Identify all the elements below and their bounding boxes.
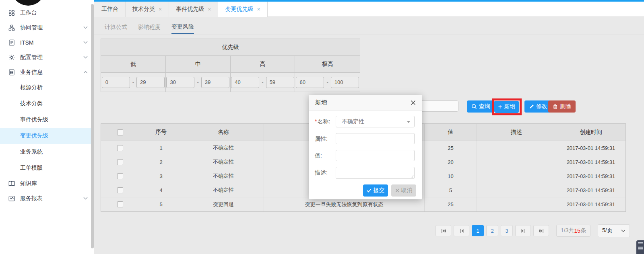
- dialog-close-button[interactable]: [411, 100, 416, 105]
- sidebar: 工作台 协同管理 ITSM 配置管理 业务信息 根源分析 技术分类: [0, 0, 94, 254]
- tab-label: 事件优先级: [176, 6, 204, 13]
- cell-desc: [477, 197, 556, 211]
- query-button[interactable]: 查询: [467, 100, 495, 113]
- corner-widget[interactable]: [636, 240, 644, 254]
- select-all-checkbox[interactable]: [117, 129, 123, 135]
- cell-seq: 5: [139, 197, 183, 211]
- cell-created: 2017-03-01 14:59:31: [556, 169, 625, 183]
- dialog-title-bar: 新增: [309, 95, 422, 111]
- first-page-icon: [441, 228, 446, 234]
- sidebar-subitem-tech-category[interactable]: 技术分类: [0, 96, 94, 112]
- prev-page-icon: [459, 228, 464, 234]
- plus-icon: +: [498, 103, 502, 110]
- sidebar-subitem-incident-priority[interactable]: 事件优先级: [0, 112, 94, 128]
- sidebar-subitem-label: 事件优先级: [20, 116, 48, 123]
- sidebar-item-config[interactable]: 配置管理: [0, 50, 94, 65]
- sidebar-item-workbench[interactable]: 工作台: [0, 5, 94, 20]
- row-checkbox[interactable]: [117, 173, 123, 179]
- subtab-formula[interactable]: 计算公式: [105, 24, 127, 33]
- page-size-select[interactable]: 5/页: [598, 224, 630, 237]
- submit-button-label: 提交: [374, 187, 385, 194]
- priority-low-max-input[interactable]: [136, 77, 165, 88]
- subtab-bar: 计算公式 影响程度 变更风险: [105, 22, 194, 35]
- cell-value: 25: [425, 197, 477, 211]
- value-input[interactable]: [336, 150, 415, 161]
- page-button-1[interactable]: 1: [472, 225, 484, 236]
- page-button-2[interactable]: 2: [486, 225, 498, 236]
- tab-close-icon[interactable]: ×: [159, 6, 162, 12]
- sidebar-item-collaboration[interactable]: 协同管理: [0, 20, 94, 35]
- desc-textarea[interactable]: [336, 167, 415, 179]
- range-dash: -: [262, 79, 263, 85]
- range-dash: -: [132, 79, 134, 85]
- priority-col-low: 低: [101, 56, 166, 73]
- chevron-down-icon: [83, 41, 88, 44]
- tab-bar: 工作台 技术分类 × 事件优先级 × 变更优先级 ×: [94, 2, 644, 17]
- subtab-impact[interactable]: 影响程度: [138, 24, 161, 33]
- sidebar-subitem-business-system[interactable]: 业务系统: [0, 144, 94, 160]
- cell-name: 不确定性: [183, 183, 264, 197]
- sidebar-item-label: 业务信息: [20, 69, 43, 76]
- row-checkbox[interactable]: [117, 159, 123, 165]
- cell-created: 2017-03-01 14:59:31: [556, 155, 625, 169]
- header-name: 名称: [183, 124, 264, 141]
- sidebar-subitem-label: 技术分类: [20, 100, 43, 107]
- priority-medium-min-input[interactable]: [166, 77, 194, 88]
- document-icon: [8, 39, 15, 46]
- last-page-button[interactable]: [533, 225, 549, 236]
- x-icon: [395, 188, 399, 193]
- chart-icon: [8, 195, 15, 202]
- sidebar-item-service-report[interactable]: 服务报表: [0, 191, 94, 206]
- prev-page-button[interactable]: [454, 225, 469, 236]
- sidebar-item-knowledge-base[interactable]: 知识库: [0, 176, 94, 191]
- sidebar-subitem-ticket-template[interactable]: 工单模版: [0, 160, 94, 176]
- priority-high-max-input[interactable]: [266, 77, 294, 88]
- tab-change-priority[interactable]: 变更优先级 ×: [218, 2, 267, 17]
- page-button-3[interactable]: 3: [501, 225, 513, 236]
- header-seq: 序号: [139, 124, 183, 141]
- delete-button[interactable]: 删除: [548, 100, 576, 113]
- tab-workbench[interactable]: 工作台: [94, 2, 126, 17]
- tab-close-icon[interactable]: ×: [208, 6, 211, 12]
- priority-critical-min-input[interactable]: [296, 77, 324, 88]
- edit-button[interactable]: 修改: [524, 100, 552, 113]
- cancel-button[interactable]: 取消: [391, 184, 416, 197]
- row-checkbox[interactable]: [117, 145, 123, 151]
- row-checkbox[interactable]: [117, 187, 123, 193]
- priority-low-min-input[interactable]: [102, 77, 130, 88]
- tab-tech-category[interactable]: 技术分类 ×: [126, 2, 169, 17]
- name-select[interactable]: 不确定性: [336, 116, 415, 127]
- first-page-button[interactable]: [436, 225, 451, 236]
- sidebar-subitem-label: 工单模版: [20, 164, 43, 172]
- cell-desc: [477, 169, 556, 183]
- row-checkbox[interactable]: [117, 201, 123, 207]
- tab-incident-priority[interactable]: 事件优先级 ×: [169, 2, 218, 17]
- subtab-change-risk[interactable]: 变更风险: [171, 23, 194, 34]
- cell-seq: 3: [139, 169, 183, 183]
- tab-label: 工作台: [101, 6, 118, 13]
- priority-high-min-input[interactable]: [231, 77, 259, 88]
- select-caret-icon: [407, 121, 410, 123]
- book-icon: [8, 180, 15, 187]
- list-icon: [8, 69, 15, 76]
- add-button[interactable]: + 新增: [495, 101, 519, 113]
- sidebar-subitem-root-analysis[interactable]: 根源分析: [0, 80, 94, 96]
- header-checkbox-cell: [101, 124, 139, 141]
- sidebar-subitem-change-priority[interactable]: 变更优先级: [0, 128, 94, 144]
- submit-button[interactable]: 提交: [363, 184, 388, 197]
- sidebar-item-itsm[interactable]: ITSM: [0, 35, 94, 50]
- chevron-down-icon: [83, 56, 88, 59]
- priority-medium-max-input[interactable]: [201, 77, 229, 88]
- sidebar-item-business-info[interactable]: 业务信息: [0, 65, 94, 80]
- cell-seq: 4: [139, 183, 183, 197]
- next-page-button[interactable]: [515, 225, 531, 236]
- attr-input[interactable]: [336, 133, 415, 144]
- tab-close-icon[interactable]: ×: [257, 6, 260, 12]
- priority-critical-max-input[interactable]: [331, 77, 359, 88]
- delete-button-label: 删除: [560, 103, 571, 110]
- sidebar-subitem-label: 业务系统: [20, 148, 43, 156]
- sidebar-scrollbar[interactable]: [91, 4, 94, 248]
- add-dialog: 新增 *名称: 不确定性 属性: 值: 描述:: [309, 95, 422, 199]
- cancel-button-label: 取消: [401, 187, 413, 194]
- pagination-info: 1/3共15条: [556, 225, 590, 237]
